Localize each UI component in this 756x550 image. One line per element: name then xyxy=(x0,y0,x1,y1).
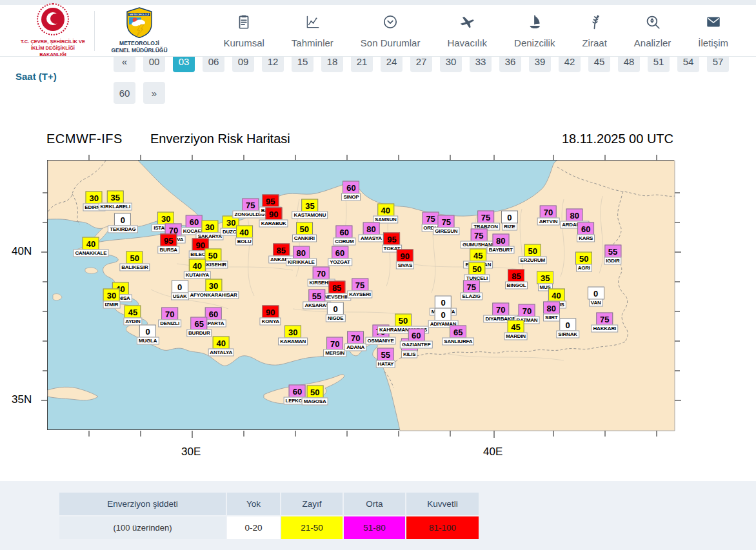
axis-label-30e: 30E xyxy=(181,446,201,458)
legend-header-kuvvetli: Kuvvetli xyxy=(406,493,479,515)
city-marker-aydin: 45AYDIN xyxy=(123,305,142,325)
city-marker-hatay: 55HATAY xyxy=(375,348,395,368)
legend-section: Enverziyon şiddetiYokZayıfOrtaKuvvetli(1… xyxy=(0,481,756,550)
city-risk-value: 50 xyxy=(468,262,485,275)
city-name-label: GIRESUN xyxy=(433,227,459,235)
nav-item-i-leti-im[interactable]: İletişim xyxy=(684,11,742,51)
legend-header-yok: Yok xyxy=(227,493,280,515)
nav-item-son-durumlar[interactable]: Son Durumlar xyxy=(347,11,434,51)
city-risk-value: 75 xyxy=(463,280,480,293)
ministry-logo[interactable]: T.C. ÇEVRE, ŞEHİRCİLİK VE İKLİM DEĞİŞİKL… xyxy=(18,3,88,58)
city-name-label: AMASYA xyxy=(359,235,384,242)
city-marker-agri: 50AGRI xyxy=(575,252,592,272)
city-name-label: USAK xyxy=(171,292,189,300)
city-name-label: KASTAMONU xyxy=(292,211,328,219)
hour-next-button[interactable]: » xyxy=(143,82,165,104)
site-header: T.C. ÇEVRE, ŞEHİRCİLİK VE İKLİM DEĞİŞİKL… xyxy=(0,5,756,57)
city-risk-value: 65 xyxy=(191,317,208,329)
city-risk-value: 50 xyxy=(575,252,592,265)
city-marker-sakarya: 30SAKARYA xyxy=(196,221,224,241)
city-risk-value: 80 xyxy=(492,234,509,247)
mgm-logo[interactable]: METEOROLOJİ METEOROLOJİ GENEL MÜDÜRLÜĞÜ xyxy=(104,7,175,54)
city-marker-adana: 70ADANA xyxy=(344,331,366,351)
city-risk-value: 75 xyxy=(596,312,613,325)
city-marker-karaman: 30KARAMAN xyxy=(278,325,308,345)
city-name-label: KIRKLARELI xyxy=(99,202,132,210)
nav-item-tahminler[interactable]: Tahminler xyxy=(278,11,347,51)
city-name-label: BALIKESIR xyxy=(119,264,150,271)
city-risk-value: 75 xyxy=(477,211,494,224)
mgm-name: METEOROLOJİ GENEL MÜDÜRLÜĞÜ xyxy=(111,40,167,54)
city-name-label: AGRI xyxy=(576,264,592,272)
city-risk-value: 50 xyxy=(524,244,541,257)
nav-item-analizler[interactable]: Analizler xyxy=(621,11,685,51)
city-name-label: KARAMAN xyxy=(278,337,308,345)
city-risk-value: 0 xyxy=(435,295,452,308)
clipboard-icon xyxy=(235,14,252,33)
city-risk-value: 80 xyxy=(293,246,310,259)
city-risk-value: 0 xyxy=(501,211,518,224)
hour-button-60[interactable]: 60 xyxy=(114,82,135,104)
city-marker-mardin: 45MARDIN xyxy=(504,320,528,340)
nav-item-label: Ziraat xyxy=(582,37,606,48)
city-name-label: CANAKKALE xyxy=(73,250,108,257)
city-risk-value: 0 xyxy=(588,287,604,300)
city-risk-value: 95 xyxy=(383,233,400,246)
city-risk-value: 40 xyxy=(377,203,394,216)
city-marker-kutahya: 40KUTAHYA xyxy=(184,259,211,279)
city-marker-corum: 60CORUM xyxy=(333,225,355,245)
city-risk-value: 90 xyxy=(397,250,413,262)
city-name-label: IGDIR xyxy=(604,257,621,265)
city-risk-value: 60 xyxy=(332,246,348,259)
city-marker-bursa: 95BURSA xyxy=(157,234,179,254)
city-marker-elazig: 75ELAZIG xyxy=(461,280,482,300)
city-marker-rize: 0RIZE xyxy=(501,211,518,231)
city-marker-hakkari: 75HAKKARI xyxy=(592,312,619,332)
city-name-label: MARDIN xyxy=(504,332,528,340)
city-risk-value: 50 xyxy=(296,222,313,235)
city-name-label: MAGOSA xyxy=(302,398,328,406)
nav-item-label: Son Durumlar xyxy=(361,37,421,48)
city-name-label: KIRIKKALE xyxy=(286,259,317,266)
nav-item-ziraat[interactable]: Ziraat xyxy=(568,11,620,51)
map-title: Enverziyon Risk Haritasi xyxy=(150,132,290,146)
city-risk-value: 55 xyxy=(377,348,394,361)
city-risk-value: 60 xyxy=(577,222,594,235)
city-risk-value: 80 xyxy=(543,301,560,314)
city-name-label: KONYA xyxy=(260,317,281,325)
mgm-shield-icon: METEOROLOJİ xyxy=(126,7,153,38)
city-name-label: VAN xyxy=(589,299,603,307)
city-name-label: DENIZLI xyxy=(158,319,181,327)
city-risk-value: 90 xyxy=(265,207,282,220)
legend-header-orta: Orta xyxy=(344,493,405,515)
city-risk-value: 40 xyxy=(236,225,253,238)
city-name-label: KILIS xyxy=(401,351,417,358)
plane-icon xyxy=(459,14,475,33)
city-risk-value: 80 xyxy=(566,208,583,221)
city-risk-value: 30 xyxy=(103,288,120,301)
svg-text:METEOROLOJİ: METEOROLOJİ xyxy=(130,13,149,16)
city-name-label: SIVAS xyxy=(396,262,414,270)
city-marker-balikesir: 50BALIKESIR xyxy=(119,251,150,271)
nav-item-denizcilik[interactable]: Denizcilik xyxy=(501,11,568,51)
nav-item-label: Tahminler xyxy=(292,37,333,48)
city-risk-value: 85 xyxy=(328,280,345,293)
legend-range-kuvvetli: 81-100 xyxy=(406,516,479,539)
city-marker-gaziantep: 60GAZIANTEP xyxy=(400,328,432,348)
city-risk-value: 70 xyxy=(326,337,343,349)
city-risk-value: 75 xyxy=(438,215,455,228)
city-marker-giresun: 75GIRESUN xyxy=(433,215,459,235)
city-risk-value: 95 xyxy=(262,194,279,207)
nav-item-kurumsal[interactable]: Kurumsal xyxy=(210,11,277,51)
city-marker-karabuk: 90KARABUK xyxy=(259,207,288,227)
city-marker-sanliurfa: 65SANLIURFA xyxy=(442,325,474,345)
legend-table: Enverziyon şiddetiYokZayıfOrtaKuvvetli(1… xyxy=(59,493,479,539)
legend-subtitle: (100 üzerinden) xyxy=(59,516,226,539)
city-marker-igdir: 55IGDIR xyxy=(604,245,621,265)
nav-item-havac-l-k[interactable]: Havacılık xyxy=(433,11,501,51)
ministry-emblem-icon xyxy=(37,3,69,35)
city-marker-canakkale: 40CANAKKALE xyxy=(73,237,108,257)
city-risk-value: 70 xyxy=(540,205,557,218)
city-marker-mugla: 0MUGLA xyxy=(137,324,159,344)
wheat-icon xyxy=(586,14,603,33)
